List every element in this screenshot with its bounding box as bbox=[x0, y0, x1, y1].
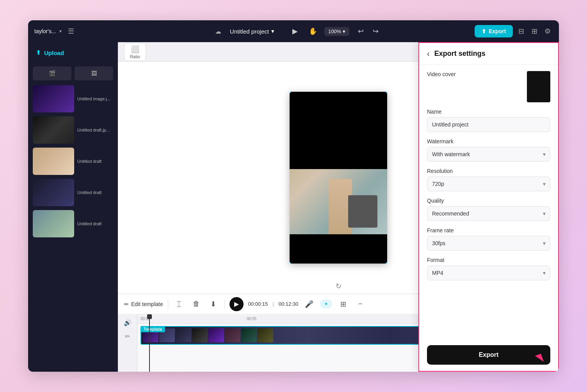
redo-btn[interactable]: ↪ bbox=[369, 25, 382, 38]
thumb-img bbox=[33, 85, 74, 112]
track-thumb bbox=[208, 328, 224, 342]
cover-thumbnail[interactable] bbox=[527, 71, 550, 102]
video-cover-section: Video cover bbox=[427, 71, 550, 102]
video-type-btn[interactable]: 🎬 bbox=[33, 66, 71, 80]
resolution-select-wrapper: 720p 1080p 4K ▾ bbox=[427, 176, 550, 191]
zoom-chevron: ▾ bbox=[343, 29, 345, 34]
name-field-group: Name bbox=[427, 109, 550, 132]
left-sidebar: ⬆ Upload 🎬 🖼 Untitled image.j... bbox=[28, 42, 118, 372]
play-pause-button[interactable]: ▶ bbox=[229, 297, 244, 311]
resolution-select[interactable]: 720p 1080p 4K bbox=[427, 176, 550, 191]
media-thumbnail bbox=[33, 148, 74, 175]
video-bottom-black bbox=[290, 234, 387, 264]
cloud-upload-icon[interactable]: ☁ bbox=[213, 26, 224, 37]
video-icon: 🎬 bbox=[49, 70, 55, 77]
watermark-select-wrapper: With watermark Without watermark ▾ bbox=[427, 147, 550, 162]
minus-tool[interactable]: − bbox=[354, 298, 366, 310]
framerate-label: Frame rate bbox=[427, 227, 550, 233]
workspace-chevron: ▾ bbox=[59, 29, 62, 34]
hand-tool[interactable]: ✋ bbox=[306, 25, 320, 38]
delete-tool[interactable]: 🗑 bbox=[190, 298, 203, 310]
ai-tool-button[interactable]: ✦ bbox=[320, 299, 332, 308]
top-bar-center: ☁ Untitled project ▾ ▶ ✋ 100% ▾ ↩ ↪ bbox=[120, 25, 475, 38]
export-icon: ⬆ bbox=[482, 28, 486, 34]
menu-icon[interactable]: ☰ bbox=[68, 27, 74, 36]
project-name: Untitled project bbox=[230, 28, 269, 35]
settings-icon-btn[interactable]: ⚙ bbox=[543, 25, 553, 38]
list-item[interactable]: Untitled draft bbox=[31, 146, 115, 176]
divider-2 bbox=[224, 299, 225, 309]
zoom-control[interactable]: 100% ▾ bbox=[324, 27, 349, 36]
project-name-area: Untitled project ▾ bbox=[230, 28, 274, 35]
upload-button[interactable]: ⬆ Upload bbox=[33, 47, 113, 59]
edit-template-button[interactable]: ✏ Edit template bbox=[124, 301, 163, 307]
track-thumb bbox=[241, 328, 257, 342]
export-panel-body: Video cover Name Watermark With waterm bbox=[419, 65, 558, 371]
export-action-button[interactable]: Export bbox=[427, 345, 550, 365]
framerate-select[interactable]: 24fps 30fps 60fps bbox=[427, 236, 550, 251]
list-item[interactable]: Untitled draft.jp... bbox=[31, 115, 115, 145]
image-type-btn[interactable]: 🖼 bbox=[75, 66, 113, 80]
download-tool[interactable]: ⬇ bbox=[207, 298, 220, 310]
watermark-select[interactable]: With watermark Without watermark bbox=[427, 147, 550, 162]
format-select[interactable]: MP4 MOV GIF WebM bbox=[427, 265, 550, 280]
playhead-head bbox=[147, 314, 152, 319]
volume-icon-btn[interactable]: 🔊 bbox=[122, 317, 133, 328]
list-item[interactable]: Untitled image.j... bbox=[31, 84, 115, 114]
upload-label: Upload bbox=[44, 50, 64, 56]
top-bar-right: ⬆ Export ⊟ ⊞ ⚙ bbox=[475, 25, 553, 38]
top-bar-left: taylor's... ▾ ☰ bbox=[34, 27, 120, 36]
thumb-img bbox=[33, 179, 74, 206]
track-thumb bbox=[225, 328, 240, 342]
media-item-label: Untitled image.j... bbox=[77, 96, 110, 101]
thumb-img bbox=[33, 148, 74, 175]
quality-select[interactable]: Recommended High Medium Low bbox=[427, 206, 550, 221]
back-button[interactable]: ‹ bbox=[427, 49, 430, 58]
play-cursor-tool[interactable]: ▶ bbox=[288, 25, 302, 38]
export-button[interactable]: ⬆ Export bbox=[475, 25, 513, 37]
split-view-icon-btn[interactable]: ⊞ bbox=[529, 25, 539, 38]
media-item-label: Untitled draft bbox=[77, 190, 101, 195]
timeline-left: 🔊 ✏ bbox=[118, 314, 137, 372]
top-bar: taylor's... ▾ ☰ ☁ Untitled project ▾ ▶ ✋… bbox=[28, 20, 559, 42]
split-tool[interactable]: ⌶ bbox=[173, 298, 185, 310]
thumb-img bbox=[33, 210, 74, 237]
image-icon: 🖼 bbox=[91, 70, 97, 77]
timeline-playhead[interactable] bbox=[149, 314, 150, 372]
layers-icon-btn[interactable]: ⊟ bbox=[516, 25, 526, 38]
project-chevron: ▾ bbox=[271, 28, 274, 35]
edit-icon: ✏ bbox=[124, 301, 129, 307]
pen-icon-btn[interactable]: ✏ bbox=[123, 331, 132, 342]
upload-icon: ⬆ bbox=[36, 49, 41, 56]
toolbar-center: ▶ ✋ 100% ▾ ↩ ↪ bbox=[288, 25, 382, 38]
total-time: 00:12:30 bbox=[279, 301, 299, 307]
name-input[interactable] bbox=[427, 117, 550, 132]
media-item-label: Untitled draft bbox=[77, 159, 101, 164]
upload-section: ⬆ Upload bbox=[28, 42, 118, 63]
list-item[interactable]: Untitled draft bbox=[31, 208, 115, 239]
ratio-button[interactable]: ⬜ Ratio bbox=[124, 43, 146, 61]
export-label: Export bbox=[489, 28, 506, 34]
sidebar-media-grid: Untitled image.j... Untitled draft.jp...… bbox=[28, 84, 118, 239]
export-panel-header: ‹ Export settings bbox=[419, 43, 558, 65]
thumb-img bbox=[33, 116, 74, 144]
export-panel: ‹ Export settings Video cover Name bbox=[418, 42, 559, 372]
track-thumb bbox=[176, 328, 191, 342]
media-type-row: 🎬 🖼 bbox=[28, 63, 118, 84]
name-label: Name bbox=[427, 109, 550, 115]
microphone-tool[interactable]: 🎤 bbox=[303, 298, 315, 310]
media-item-label: Untitled draft.jp... bbox=[77, 128, 110, 132]
media-item-label: Untitled draft bbox=[77, 221, 101, 226]
panel-title: Export settings bbox=[434, 50, 486, 58]
media-thumbnail bbox=[33, 179, 74, 206]
zoom-value: 100% bbox=[328, 29, 341, 34]
divider-1 bbox=[168, 299, 168, 309]
main-content: ⬆ Upload 🎬 🖼 Untitled image.j... bbox=[28, 42, 559, 372]
undo-btn[interactable]: ↩ bbox=[354, 25, 367, 38]
media-thumbnail bbox=[33, 116, 74, 144]
crop-tool[interactable]: ⊞ bbox=[337, 298, 349, 310]
watermark-field-group: Watermark With watermark Without waterma… bbox=[427, 138, 550, 162]
track-thumb bbox=[192, 328, 208, 342]
watermark-label: Watermark bbox=[427, 138, 550, 144]
list-item[interactable]: Untitled draft bbox=[31, 177, 115, 208]
